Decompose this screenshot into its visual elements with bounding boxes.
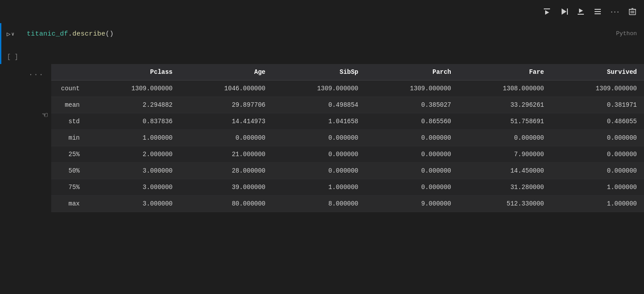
header-fare: Fare: [458, 64, 551, 81]
cell-value: 0.000000: [273, 146, 366, 163]
row-label: 50%: [51, 163, 87, 179]
describe-table: Pclass Age SibSp Parch Fare Survived cou…: [51, 64, 644, 212]
svg-marker-2: [562, 8, 567, 15]
cell-value: 0.000000: [551, 163, 644, 179]
row-label: max: [51, 196, 87, 212]
svg-rect-6: [595, 11, 601, 12]
cell-value: 0.486055: [551, 113, 644, 130]
cell-value: 1.000000: [87, 130, 180, 146]
table-row: 75%3.00000039.0000001.0000000.00000031.2…: [51, 179, 644, 196]
execute-below-button[interactable]: [574, 6, 587, 17]
table-row: count1309.0000001046.0000001309.00000013…: [51, 81, 644, 97]
cell-number: [ ]: [1, 50, 24, 64]
row-label: std: [51, 113, 87, 130]
output-area: ... ☜ Pclass Age SibSp Parch Fare Surviv…: [0, 64, 644, 294]
svg-rect-4: [578, 14, 584, 15]
cell-value: 2.000000: [87, 146, 180, 163]
cell-value: 0.000000: [551, 146, 644, 163]
delete-cell-button[interactable]: [626, 6, 639, 17]
cell-value: 31.280000: [458, 179, 551, 196]
cell-value: 1309.000000: [366, 81, 459, 97]
cell-value: 0.000000: [366, 146, 459, 163]
cell-value: 1.000000: [551, 196, 644, 212]
table-header: Pclass Age SibSp Parch Fare Survived: [51, 64, 644, 81]
svg-marker-5: [579, 8, 583, 13]
more-actions-button[interactable]: ···: [608, 5, 623, 18]
row-label: mean: [51, 97, 87, 113]
cell-value: 2.294882: [87, 97, 180, 113]
code-object: titanic_df: [27, 30, 68, 38]
cell-value: 80.000000: [180, 196, 273, 212]
table-row: 50%3.00000028.0000000.0000000.00000014.4…: [51, 163, 644, 179]
header-survived: Survived: [551, 64, 644, 81]
cell-value: 0.000000: [458, 130, 551, 146]
cell-value: 3.000000: [87, 163, 180, 179]
cell-value: 0.837836: [87, 113, 180, 130]
cell-value: 28.000000: [180, 163, 273, 179]
svg-marker-1: [545, 10, 549, 15]
cell-value: 0.000000: [366, 179, 459, 196]
cell-value: 1308.000000: [458, 81, 551, 97]
table-row: std0.83783614.4149731.0416580.86556051.7…: [51, 113, 644, 130]
header-sibsp: SibSp: [273, 64, 366, 81]
table-row: max3.00000080.0000008.0000009.000000512.…: [51, 196, 644, 212]
svg-rect-8: [595, 13, 601, 14]
cell-value: 0.381971: [551, 97, 644, 113]
output-ellipsis: ...: [25, 68, 48, 79]
cell-value: 0.000000: [366, 130, 459, 146]
data-table-container: Pclass Age SibSp Parch Fare Survived cou…: [51, 64, 644, 294]
run-button[interactable]: [557, 6, 571, 17]
code-method: describe: [72, 30, 105, 38]
cell-value: 1309.000000: [87, 81, 180, 97]
run-triangle-icon: ▷: [7, 30, 10, 37]
svg-rect-0: [544, 8, 550, 9]
cell-run-button[interactable]: ▷ ∨: [1, 27, 20, 41]
cell-value: 0.385027: [366, 97, 459, 113]
execute-above-button[interactable]: [540, 6, 554, 17]
cell-value: 1309.000000: [551, 81, 644, 97]
code-parens: (): [106, 30, 114, 38]
code-dot: .: [68, 30, 72, 38]
split-cell-button[interactable]: [591, 6, 604, 17]
language-indicator: Python: [609, 27, 644, 40]
notebook-cell: ··· ▷ ∨ titanic_df.describe() Python: [0, 0, 644, 294]
header-row: Pclass Age SibSp Parch Fare Survived: [51, 64, 644, 81]
table-row: min1.0000000.0000000.0000000.0000000.000…: [51, 130, 644, 146]
cell-code-area: ▷ ∨ titanic_df.describe() Python: [0, 23, 644, 50]
cell-value: 1.041658: [273, 113, 366, 130]
code-line: titanic_df.describe(): [27, 30, 114, 38]
cell-value: 51.758691: [458, 113, 551, 130]
cell-value: 3.000000: [87, 196, 180, 212]
cursor-icon: ☜: [42, 109, 48, 121]
cell-value: 33.296261: [458, 97, 551, 113]
cell-toolbar: ···: [0, 0, 644, 23]
cell-value: 3.000000: [87, 179, 180, 196]
header-index: [51, 64, 87, 81]
output-sidebar: ... ☜: [0, 64, 51, 294]
cell-value: 0.000000: [273, 130, 366, 146]
cell-value: 1309.000000: [273, 81, 366, 97]
cell-value: 29.897706: [180, 97, 273, 113]
cell-value: 0.000000: [551, 130, 644, 146]
cell-value: 0.000000: [366, 163, 459, 179]
cell-value: 39.000000: [180, 179, 273, 196]
cell-value: 512.330000: [458, 196, 551, 212]
row-label: min: [51, 130, 87, 146]
cell-value: 9.000000: [366, 196, 459, 212]
cell-value: 1046.000000: [180, 81, 273, 97]
table-row: 25%2.00000021.0000000.0000000.0000007.90…: [51, 146, 644, 163]
cell-value: 8.000000: [273, 196, 366, 212]
cell-value: 14.414973: [180, 113, 273, 130]
header-pclass: Pclass: [87, 64, 180, 81]
cell-value: 0.000000: [180, 130, 273, 146]
run-chevron-icon: ∨: [11, 31, 14, 37]
cell-value: 14.450000: [458, 163, 551, 179]
cell-value: 21.000000: [180, 146, 273, 163]
header-age: Age: [180, 64, 273, 81]
cell-value: 0.865560: [366, 113, 459, 130]
cell-value: 0.498854: [273, 97, 366, 113]
cell-value: 0.000000: [273, 163, 366, 179]
cell-value: 1.000000: [551, 179, 644, 196]
cell-value: 7.900000: [458, 146, 551, 163]
row-label: 25%: [51, 146, 87, 163]
